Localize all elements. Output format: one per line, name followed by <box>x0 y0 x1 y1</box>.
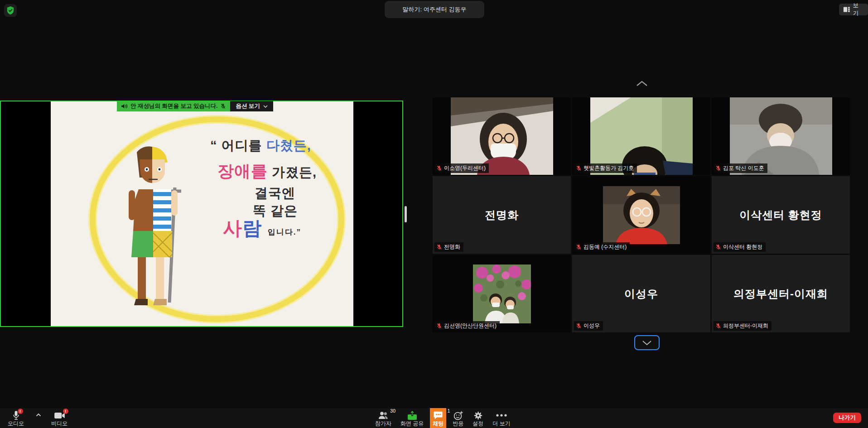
chat-button[interactable]: 1 채팅 <box>430 408 446 428</box>
gallery-scroll-down-button[interactable] <box>634 335 660 350</box>
view-button-label: 보기 <box>853 2 864 17</box>
participant-label: 이소영(두리센터) <box>434 164 489 173</box>
video-warning-badge: ! <box>63 409 68 414</box>
participant-tile[interactable]: 이소영(두리센터) <box>433 97 571 175</box>
gallery-scroll-up-icon[interactable] <box>635 80 649 87</box>
mic-muted-icon <box>576 244 582 250</box>
active-speaker-label: 말하기: 여주센터 김동우 <box>403 5 467 14</box>
mic-muted-icon <box>436 244 442 250</box>
participant-name-display: 이삭센터 황현정 <box>739 208 822 222</box>
mic-muted-icon <box>436 165 442 171</box>
participant-label: 이성우 <box>574 321 603 331</box>
participant-name-display: 이성우 <box>624 287 658 301</box>
poster-illustration <box>122 146 191 310</box>
participant-tile[interactable]: 김동예 (수지센터) <box>572 176 710 254</box>
reactions-button[interactable]: 반응 <box>450 408 466 428</box>
participants-icon: 30 <box>378 410 389 421</box>
poster-text-line2: 장애를 가졌든, <box>217 160 317 183</box>
poster-text-line3: 결국엔 <box>255 184 295 202</box>
participants-count: 30 <box>390 408 395 414</box>
chevron-down-icon <box>263 105 268 108</box>
audio-warning-badge: ! <box>18 409 23 414</box>
share-options-label: 옵션 보기 <box>236 102 260 110</box>
mic-muted-icon <box>220 103 226 109</box>
participant-label: 이삭센터 황현정 <box>714 242 766 252</box>
mic-muted-icon <box>715 323 721 329</box>
active-speaker-indicator: 말하기: 여주센터 김동우 <box>385 1 484 18</box>
participant-name-display: 전명화 <box>485 208 519 222</box>
screen-share-icon <box>407 410 418 421</box>
shared-poster-content: “ 어디를 다쳤든, 장애를 가졌든, 결국엔 똑 같은 사람 입니다.” <box>51 101 353 326</box>
shield-check-icon <box>6 6 14 15</box>
chevron-up-icon <box>36 413 41 417</box>
more-button[interactable]: 더 보기 <box>490 408 513 428</box>
participant-tile[interactable]: 김포 탁신 이도훈 <box>712 97 850 175</box>
mic-muted-icon <box>576 323 582 329</box>
participant-tile[interactable]: 햇빛촌활동가 김기호 <box>572 97 710 175</box>
watching-banner-text: 안 재성님의 화면을 보고 있습니다. <box>130 102 217 110</box>
gallery-view-icon <box>843 6 851 13</box>
mic-muted-icon <box>436 323 442 329</box>
gear-icon <box>473 410 483 421</box>
watching-banner: 안 재성님의 화면을 보고 있습니다. <box>117 101 230 111</box>
participant-label: 김동예 (수지센터) <box>574 242 630 252</box>
audio-button[interactable]: ! 오디오 <box>3 408 29 428</box>
participant-video <box>603 186 680 244</box>
share-banner: 안 재성님의 화면을 보고 있습니다. 옵션 보기 <box>117 101 273 111</box>
participant-name-display: 의정부센터-이재희 <box>733 287 828 301</box>
settings-button[interactable]: 설정 <box>470 408 486 428</box>
participant-label: 김포 탁신 이도훈 <box>714 164 767 173</box>
meeting-security-button[interactable] <box>4 4 17 17</box>
camera-icon: ! <box>54 410 65 421</box>
mic-muted-icon <box>715 165 721 171</box>
poster-text-line1: “ 어디를 다쳤든, <box>210 137 311 155</box>
participant-label: 햇빛촌활동가 김기호 <box>574 164 637 173</box>
leave-button[interactable]: 나가기 <box>833 413 861 423</box>
view-button[interactable]: 보기 <box>839 4 868 15</box>
participant-gallery: 이소영(두리센터) 햇빛촌활동가 김기호 <box>433 97 850 332</box>
screen-share-button[interactable]: 화면 공유 <box>398 408 426 428</box>
video-button[interactable]: ! 비디오 <box>46 408 72 428</box>
panel-resize-handle[interactable] <box>405 206 407 222</box>
mic-muted-icon <box>715 244 721 250</box>
reactions-icon <box>453 410 463 421</box>
participant-label: 의정부센터-이재희 <box>714 321 772 331</box>
chevron-down-icon <box>641 340 652 346</box>
mic-icon: ! <box>12 410 20 421</box>
participant-tile[interactable]: 이성우 이성우 <box>572 255 710 332</box>
shared-screen-area: 안 재성님의 화면을 보고 있습니다. 옵션 보기 <box>0 101 403 327</box>
audio-options-caret[interactable] <box>32 408 45 428</box>
participant-video <box>473 264 531 323</box>
participant-tile[interactable]: 이삭센터 황현정 이삭센터 황현정 <box>712 176 850 254</box>
participant-label: 전명화 <box>434 242 463 252</box>
share-options-button[interactable]: 옵션 보기 <box>230 101 273 111</box>
poster-text-line5: 사람 입니다.” <box>223 216 301 241</box>
participants-button[interactable]: 30 참가자 <box>372 408 394 428</box>
more-dots-icon <box>496 410 507 421</box>
participant-tile[interactable]: 김선영(안산단원센터) <box>433 255 571 332</box>
participant-tile[interactable]: 전명화 전명화 <box>433 176 571 254</box>
participant-label: 김선영(안산단원센터) <box>434 321 500 331</box>
speaker-icon <box>121 103 128 109</box>
mic-muted-icon <box>576 165 582 171</box>
chat-icon: 1 <box>433 410 443 421</box>
meeting-toolbar: ! 오디오 ! 비디오 30 <box>0 408 868 428</box>
participant-tile[interactable]: 의정부센터-이재희 의정부센터-이재희 <box>712 255 850 332</box>
